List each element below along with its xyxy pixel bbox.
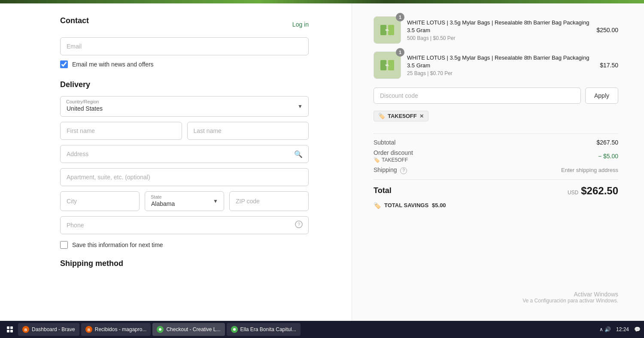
discount-code-input[interactable] [374,88,581,104]
left-panel: Contact Log in Email me with news and of… [0,3,352,338]
savings-row: 🏷️ TOTAL SAVINGS $5.00 [374,202,618,209]
apply-discount-button[interactable]: Apply [585,88,618,104]
total-amount: $262.50 [581,185,618,197]
order-discount-row: Order discount 🏷️ TAKE5OFF − $5.00 [374,149,618,163]
log-in-link[interactable]: Log in [292,21,309,28]
windows-activation-title: Activar Windows [522,291,618,298]
taskbar-notification-icon[interactable]: 💬 [634,326,641,332]
product-name-1: WHITE LOTUS | 3.5g Mylar Bags | Resealab… [407,19,590,34]
product-image-1: WL [374,16,401,44]
shipping-row: Shipping ? Enter shipping address [374,166,618,174]
contact-title: Contact [60,16,89,25]
address-input-wrapper: 🔍 [60,145,309,163]
delivery-section: Delivery Country/Region United States Ca… [60,80,309,249]
product-image-2: WL [374,51,401,79]
windows-activation: Activar Windows Ve a Configuración para … [522,291,618,304]
shipping-value: Enter shipping address [561,167,618,173]
email-checkbox[interactable] [60,60,68,68]
save-info-row: Save this information for next time [60,241,309,249]
save-info-label: Save this information for next time [72,241,163,248]
windows-activation-subtitle: Ve a Configuración para activar Windows. [522,298,618,304]
taskbar: B Dashboard - Brave B Recibidos - magapr… [0,321,644,338]
product-item-1: WL 1 WHITE LOTUS | 3.5g Mylar Bags | Res… [374,16,618,44]
country-select-wrapper: Country/Region United States Canada Mexi… [60,96,309,117]
product-image-wrapper-1: WL 1 [374,16,401,44]
apartment-group [60,168,309,186]
product-info-1: WHITE LOTUS | 3.5g Mylar Bags | Resealab… [407,19,590,41]
discount-tag-label: TAKE5OFF [388,113,417,119]
svg-point-15 [159,328,161,331]
state-select[interactable]: Alabama Alaska Arizona California Florid… [145,191,224,211]
phone-help-icon[interactable]: ? [295,220,303,230]
taskbar-right: ∧ 🔊 12:24 💬 [599,326,641,332]
taskbar-system-icons: ∧ 🔊 [599,326,611,332]
city-input[interactable] [60,191,140,211]
taskbar-label-2: Recibidos - magapro... [95,326,147,332]
total-label: Total [374,186,392,195]
subtotal-row: Subtotal $267.50 [374,139,618,146]
savings-icon: 🏷️ [374,202,381,209]
taskbar-time: 12:24 [616,326,629,332]
savings-value: $5.00 [432,202,446,208]
svg-point-17 [233,328,236,331]
product-image-wrapper-2: WL 1 [374,51,401,79]
total-currency: USD [568,190,578,196]
last-name-input[interactable] [187,122,309,140]
email-checkbox-label: Email me with news and offers [72,61,154,68]
subtotal-label: Subtotal [374,139,395,146]
product-info-2: WHITE LOTUS | 3.5g Mylar Bags | Resealab… [407,54,594,76]
discount-value: − $5.00 [598,153,618,160]
discount-tag-remove-button[interactable]: ✕ [419,113,424,119]
email-input[interactable] [60,37,309,55]
product-details-2: 25 Bags | $0.70 Per [407,70,594,76]
summary-divider-1 [374,133,618,134]
summary-divider-2 [374,179,618,180]
name-group [60,122,309,140]
product-badge-1: 1 [396,13,404,21]
taskbar-item-3[interactable]: Checkout - Creative L... [152,323,225,336]
phone-input[interactable] [60,216,309,234]
discount-tag-inline-icon: 🏷️ [374,157,380,163]
shipping-label: Shipping ? [374,166,407,174]
delivery-title: Delivery [60,80,309,89]
shipping-info-icon[interactable]: ? [400,167,407,174]
country-label: Country/Region [66,99,99,104]
discount-code-row: Apply [374,88,618,104]
country-group: Country/Region United States Canada Mexi… [60,96,309,117]
zip-input[interactable] [229,191,309,211]
product-details-1: 500 Bags | $0.50 Per [407,35,590,41]
taskbar-item-4[interactable]: Ella Era Bonita Capitul... [227,323,301,336]
order-discount-label-group: Order discount 🏷️ TAKE5OFF [374,149,413,163]
phone-input-wrapper: ? [60,216,309,234]
apartment-input[interactable] [60,168,309,186]
address-group: 🔍 [60,145,309,163]
taskbar-item-1[interactable]: B Dashboard - Brave [18,323,79,336]
chrome-icon [157,326,164,333]
product-list: WL 1 WHITE LOTUS | 3.5g Mylar Bags | Res… [374,16,618,79]
total-price-group: USD $262.50 [568,185,618,197]
brave-icon-2: B [85,326,92,333]
state-select-wrapper: State Alabama Alaska Arizona California … [145,191,224,211]
brave-icon: B [22,326,29,333]
windows-start-button[interactable] [3,323,16,336]
address-input[interactable] [60,145,309,163]
save-info-checkbox[interactable] [60,241,68,249]
first-name-input[interactable] [60,122,182,140]
contact-section-header: Contact Log in [60,16,309,32]
product-price-1: $250.00 [596,27,618,33]
windows-logo-icon [7,326,13,332]
taskbar-item-2[interactable]: B Recibidos - magapro... [81,323,151,336]
discount-tag: 🏷️ TAKE5OFF ✕ [374,111,428,121]
svg-text:WL: WL [385,64,389,66]
svg-text:?: ? [298,222,300,227]
discount-code-inline-label: TAKE5OFF [382,157,408,163]
product-price-2: $17.50 [600,62,618,69]
product-name-2: WHITE LOTUS | 3.5g Mylar Bags | Resealab… [407,54,594,69]
product-item-2: WL 1 WHITE LOTUS | 3.5g Mylar Bags | Res… [374,51,618,79]
subtotal-value: $267.50 [596,139,618,146]
taskbar-label-4: Ella Era Bonita Capitul... [240,326,296,332]
email-checkbox-row: Email me with news and offers [60,60,309,68]
svg-text:B: B [24,328,27,332]
total-row: Total USD $262.50 [374,185,618,197]
taskbar-label-1: Dashboard - Brave [32,326,75,332]
